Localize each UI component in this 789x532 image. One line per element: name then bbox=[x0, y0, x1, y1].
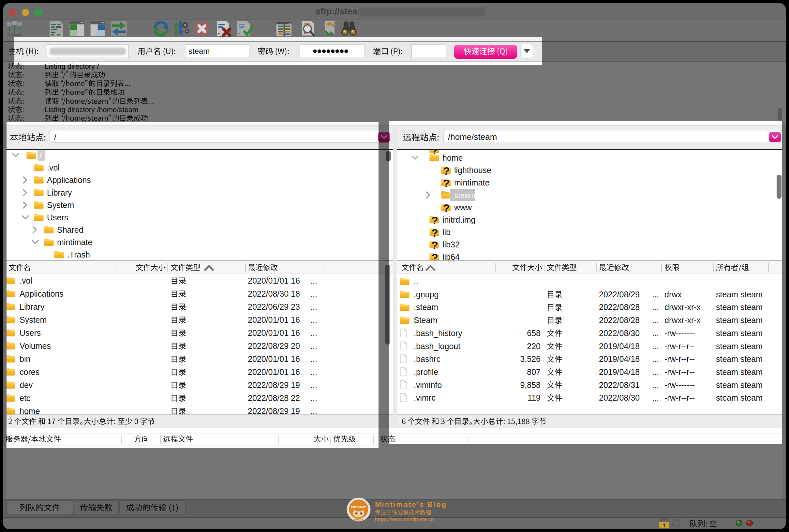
svg-text:drwxr-xr-x: drwxr-xr-x bbox=[664, 303, 701, 312]
svg-text:steam steam: steam steam bbox=[716, 316, 763, 325]
svg-text:807: 807 bbox=[527, 367, 541, 377]
svg-text:steam steam: steam steam bbox=[716, 354, 763, 363]
svg-text:...: ... bbox=[652, 316, 659, 325]
svg-text:lib32: lib32 bbox=[443, 240, 460, 249]
svg-text:mintimate: mintimate bbox=[57, 238, 92, 247]
svg-text:-rw-------: -rw------- bbox=[664, 328, 695, 338]
svg-text:home: home bbox=[20, 406, 40, 416]
svg-text:etc: etc bbox=[20, 394, 30, 403]
svg-text:.gnupg: .gnupg bbox=[414, 290, 438, 299]
svg-text:/: / bbox=[54, 132, 57, 142]
svg-text:.steam: .steam bbox=[414, 303, 438, 312]
svg-text:2022/08/30: 2022/08/30 bbox=[599, 393, 640, 402]
svg-text:Library: Library bbox=[20, 302, 45, 311]
svg-text:119: 119 bbox=[527, 393, 541, 402]
svg-text:lib64: lib64 bbox=[443, 252, 460, 262]
svg-text:2020/01/01 16: 2020/01/01 16 bbox=[248, 367, 300, 377]
svg-text:-rw-r--r--: -rw-r--r-- bbox=[664, 393, 695, 402]
svg-text:2022/08/31: 2022/08/31 bbox=[599, 380, 640, 390]
svg-text:steam steam: steam steam bbox=[716, 328, 763, 338]
svg-text:...: ... bbox=[652, 290, 659, 299]
svg-text:/: / bbox=[39, 151, 42, 160]
svg-text:-rw-------: -rw------- bbox=[664, 380, 695, 390]
svg-text:2020/01/01 16: 2020/01/01 16 bbox=[248, 315, 300, 324]
svg-text:lighthouse: lighthouse bbox=[454, 166, 491, 175]
svg-text:drwxr-xr-x: drwxr-xr-x bbox=[664, 316, 701, 325]
svg-text:2020/01/01 16: 2020/01/01 16 bbox=[248, 328, 300, 337]
svg-text:...: ... bbox=[311, 367, 317, 377]
svg-text:steam steam: steam steam bbox=[716, 380, 763, 390]
svg-text:Library: Library bbox=[47, 188, 72, 197]
svg-text:...: ... bbox=[311, 380, 317, 390]
svg-text:Blogger: Blogger bbox=[353, 518, 364, 521]
svg-text:Users: Users bbox=[47, 213, 68, 222]
svg-text:...: ... bbox=[652, 354, 659, 363]
svg-text:.bash_history: .bash_history bbox=[414, 328, 462, 338]
svg-text:/home/steam: /home/steam bbox=[448, 132, 497, 142]
svg-text:...: ... bbox=[311, 315, 317, 324]
svg-text:steam steam: steam steam bbox=[716, 367, 763, 377]
svg-text:2022/08/28: 2022/08/28 bbox=[599, 316, 640, 325]
svg-text:System: System bbox=[20, 315, 46, 324]
svg-text:...: ... bbox=[311, 354, 317, 363]
svg-text:-rw-r--r--: -rw-r--r-- bbox=[664, 342, 695, 351]
svg-text:9,858: 9,858 bbox=[520, 380, 541, 390]
svg-text:steam steam: steam steam bbox=[716, 342, 763, 351]
svg-text:steam: steam bbox=[454, 191, 475, 200]
svg-text:Applications: Applications bbox=[47, 175, 91, 185]
svg-text:Mintimate's Blog: Mintimate's Blog bbox=[375, 500, 447, 509]
svg-text:...: ... bbox=[311, 276, 317, 285]
svg-text:cores: cores bbox=[20, 367, 39, 377]
svg-text:2022/08/28 22: 2022/08/28 22 bbox=[248, 394, 300, 403]
svg-text:.bashrc: .bashrc bbox=[414, 354, 440, 363]
svg-text:sftp://stea: sftp://stea bbox=[316, 6, 358, 16]
svg-text:2022/08/29: 2022/08/29 bbox=[599, 290, 640, 299]
svg-text:.bash_logout: .bash_logout bbox=[414, 342, 461, 351]
svg-text:drwx------: drwx------ bbox=[664, 290, 698, 299]
svg-text:System: System bbox=[47, 201, 74, 210]
svg-text:2022/08/29 19: 2022/08/29 19 bbox=[248, 406, 300, 416]
svg-text:Steam: Steam bbox=[414, 316, 437, 325]
svg-text:220: 220 bbox=[527, 342, 541, 351]
svg-text:dev: dev bbox=[20, 380, 33, 390]
svg-text:-rw-r--r--: -rw-r--r-- bbox=[664, 354, 695, 363]
svg-text:.profile: .profile bbox=[414, 367, 438, 377]
svg-text:.vol: .vol bbox=[20, 276, 32, 285]
svg-text:3,526: 3,526 bbox=[520, 354, 541, 363]
svg-text:...: ... bbox=[652, 380, 659, 390]
svg-text:...: ... bbox=[311, 328, 317, 337]
svg-text:658: 658 bbox=[527, 328, 541, 338]
svg-text:bin: bin bbox=[20, 354, 30, 363]
svg-text:...: ... bbox=[652, 367, 659, 377]
svg-text:2022/06/29 23: 2022/06/29 23 bbox=[248, 302, 300, 311]
svg-text:...: ... bbox=[311, 394, 317, 403]
svg-text:...: ... bbox=[311, 341, 317, 350]
svg-text:steam steam: steam steam bbox=[716, 303, 763, 312]
svg-text:2022/08/29 20: 2022/08/29 20 bbox=[248, 341, 300, 350]
svg-text:-rw-r--r--: -rw-r--r-- bbox=[664, 367, 695, 377]
svg-text:Users: Users bbox=[20, 328, 41, 337]
svg-text:..: .. bbox=[414, 277, 418, 286]
svg-text:2020/01/01 16: 2020/01/01 16 bbox=[248, 354, 300, 363]
svg-text:...: ... bbox=[311, 406, 317, 416]
svg-text:.viminfo: .viminfo bbox=[414, 380, 442, 390]
svg-text:...: ... bbox=[311, 289, 317, 298]
svg-text:home: home bbox=[443, 153, 463, 162]
svg-text:2019/04/18: 2019/04/18 bbox=[599, 367, 640, 377]
svg-text:www: www bbox=[454, 203, 472, 212]
svg-text:.vimrc: .vimrc bbox=[414, 393, 436, 402]
svg-text:steam steam: steam steam bbox=[716, 290, 763, 299]
svg-text:2022/08/28: 2022/08/28 bbox=[599, 303, 640, 312]
svg-text:mintimate: mintimate bbox=[454, 178, 489, 187]
svg-text:lib: lib bbox=[443, 228, 451, 237]
svg-text:2019/04/18: 2019/04/18 bbox=[599, 354, 640, 363]
svg-text:.vol: .vol bbox=[47, 163, 60, 172]
svg-text:2022/08/30: 2022/08/30 bbox=[599, 328, 640, 338]
svg-text:Applications: Applications bbox=[20, 289, 63, 298]
svg-text:steam: steam bbox=[188, 46, 210, 55]
svg-text:...: ... bbox=[652, 328, 659, 338]
svg-text:Shared: Shared bbox=[57, 225, 83, 234]
svg-text:...: ... bbox=[311, 302, 317, 311]
svg-text:...: ... bbox=[652, 342, 659, 351]
svg-text:...: ... bbox=[652, 303, 659, 312]
